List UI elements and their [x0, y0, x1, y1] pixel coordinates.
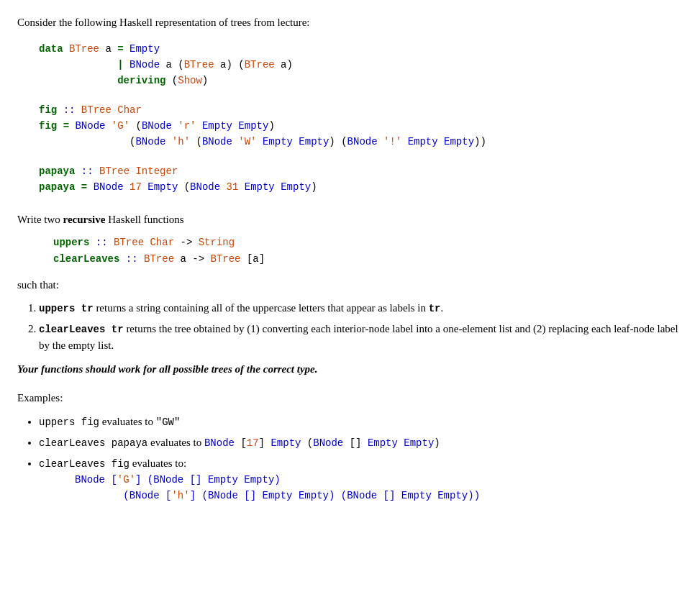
such-that-text: such that: — [17, 277, 683, 293]
intro-text: Consider the following Haskell represent… — [17, 14, 683, 31]
example-1-value: "GW" — [156, 416, 181, 428]
papaya-definition: papaya :: BTree Integer papaya = BNode 1… — [17, 163, 683, 196]
italic-bold-statement: Your functions should work for all possi… — [17, 361, 683, 378]
example-3-prefix: clearLeaves fig evaluates to: — [39, 457, 186, 469]
example-2-value: BNode [17] Empty (BNode [] Empty Empty) — [204, 437, 440, 449]
examples-label: Examples: — [17, 390, 683, 406]
example-1-prefix: uppers fig evaluates to — [39, 416, 156, 427]
example-1: uppers fig evaluates to "GW" — [39, 414, 683, 430]
example-2: clearLeaves papaya evaluates to BNode [1… — [39, 434, 683, 451]
write-two-text: Write two recursive Haskell functions — [17, 211, 683, 228]
example-3: clearLeaves fig evaluates to: BNode ['G'… — [39, 455, 683, 504]
example-3-code: BNode ['G'] (BNode [] Empty Empty) (BNod… — [39, 472, 683, 504]
examples-section: Examples: uppers fig evaluates to "GW" c… — [17, 390, 683, 504]
fig-definition: fig :: BTree Char fig = BNode 'G' (BNode… — [17, 102, 683, 150]
requirement-1: uppers tr returns a string containing al… — [39, 300, 683, 316]
tr-code: tr — [429, 303, 441, 314]
btree-definition: data BTree a = Empty | BNode a (BTree a)… — [17, 41, 683, 89]
uppers-tr-code: uppers tr — [39, 303, 94, 314]
clearLeaves-tr-code: clearLeaves tr — [39, 324, 124, 335]
function-signatures: uppers :: BTree Char -> String clearLeav… — [17, 234, 683, 267]
examples-list: uppers fig evaluates to "GW" clearLeaves… — [17, 414, 683, 504]
requirements-list: uppers tr returns a string containing al… — [17, 300, 683, 354]
requirement-2: clearLeaves tr returns the tree obtained… — [39, 321, 683, 354]
example-2-prefix: clearLeaves papaya evaluates to — [39, 437, 204, 448]
